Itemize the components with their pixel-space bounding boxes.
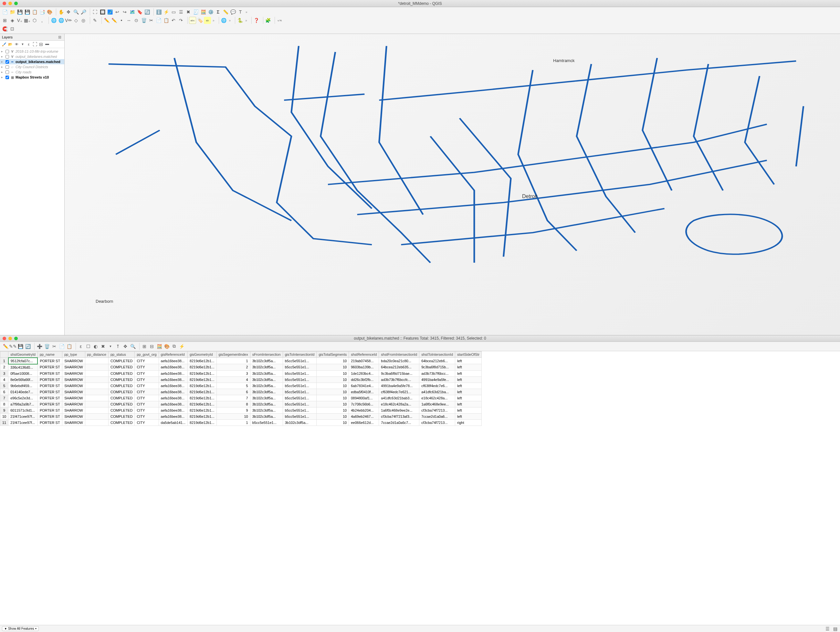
paste-button[interactable]: 📋 (163, 17, 170, 24)
attr-zoom-to-button[interactable]: 🔍 (129, 343, 136, 350)
table-row[interactable]: 19512fcfa07c...PORTER STSHARROWCOMPLETED… (0, 358, 482, 364)
column-header[interactable]: pp_type (62, 351, 85, 358)
cell[interactable] (85, 395, 108, 401)
layer-checkbox[interactable] (5, 50, 9, 53)
zoom-full-button[interactable]: ⛶ (92, 8, 98, 16)
column-header[interactable]: shstReferenceId (349, 351, 379, 358)
cell[interactable]: COMPLETED (108, 407, 134, 413)
label-abc-button[interactable]: abc (189, 17, 196, 24)
minimize-window-button[interactable] (8, 2, 12, 5)
cell[interactable]: 8e0e56fa66f... (8, 376, 38, 382)
cell[interactable]: 8219d6e12b1... (188, 364, 216, 371)
cell[interactable] (85, 376, 108, 382)
cell[interactable]: 4 (216, 376, 250, 382)
attr-delete-button[interactable] (43, 343, 51, 350)
add-feature-button[interactable]: • (118, 17, 125, 24)
cell[interactable]: cf638f4edc7e621... (379, 389, 419, 395)
add-vector-button[interactable]: V₊ (16, 17, 23, 24)
cell[interactable]: 10 (317, 389, 349, 395)
layer-filter-button[interactable] (20, 41, 25, 47)
metasearch-button[interactable] (220, 17, 227, 24)
cell[interactable]: 3b102c3df5a... (250, 364, 283, 371)
cell[interactable]: e18c462c428a2a... (379, 401, 419, 407)
attr-close-button[interactable] (3, 337, 6, 340)
cell[interactable]: SHARROW (62, 401, 85, 407)
row-number[interactable]: 10 (0, 413, 8, 419)
cell[interactable]: 4991ba4e9a5fe... (419, 376, 455, 382)
cell[interactable]: aefa16bee38... (159, 395, 187, 401)
cell[interactable]: aefa16bee38... (159, 370, 187, 376)
cell[interactable]: 10 (317, 370, 349, 376)
attr-delete-field-button[interactable]: ⊟ (148, 343, 155, 350)
table-row[interactable]: 1121f471cee97f...PORTER STSHARROWCOMPLET… (0, 419, 482, 425)
cell[interactable]: aefa16bee38... (159, 407, 187, 413)
layer-item-1[interactable]: ▸ output_bikelanes.matched (0, 54, 64, 59)
cell[interactable]: 0f5ae10008... (8, 370, 38, 376)
zoom-last-button[interactable]: ↩ (114, 8, 121, 16)
layer-style-button[interactable]: 🖌️ (1, 41, 7, 47)
cell[interactable]: PORTER ST (38, 413, 62, 419)
cell[interactable]: COMPLETED (108, 413, 134, 419)
cell[interactable]: 9512fcfa07c... (8, 358, 38, 364)
cell[interactable]: PORTER ST (38, 364, 62, 371)
help-button[interactable] (253, 17, 260, 24)
cell[interactable]: CITY (135, 382, 159, 389)
attr-select-expression-button[interactable]: ε (77, 343, 84, 350)
attr-filter-button[interactable] (107, 343, 114, 350)
cell[interactable]: 10 (317, 413, 349, 419)
cell[interactable]: PORTER ST (38, 358, 62, 364)
attr-paste-button[interactable]: 📋 (66, 343, 73, 350)
refresh-button[interactable] (144, 8, 150, 16)
column-header[interactable]: shstFromIntersectionId (379, 351, 419, 358)
cell[interactable]: CITY (135, 364, 159, 371)
cell[interactable]: left (455, 389, 482, 395)
layer-item-2[interactable]: ▸ output_bikelanes.matched (0, 59, 64, 64)
cut-button[interactable]: ✂ (148, 17, 155, 24)
row-number[interactable]: 7 (0, 395, 8, 401)
cell[interactable]: 8219d6e12b1... (188, 389, 216, 395)
column-header[interactable]: gisReferenceId (159, 351, 187, 358)
toolbar-overflow-2[interactable]: » (211, 19, 216, 22)
cell[interactable]: 1a6f0c468e9ee2e... (379, 407, 419, 413)
layout-manager-button[interactable]: 📑 (38, 8, 46, 16)
layer-expression-button[interactable]: ε (26, 41, 32, 47)
cell[interactable]: aefa16bee38... (159, 376, 187, 382)
cell[interactable] (85, 358, 108, 364)
save-as-button[interactable] (24, 8, 31, 16)
cell[interactable] (85, 382, 108, 389)
cell[interactable]: 3b102c3df5a... (250, 358, 283, 364)
bookmark-button[interactable]: 🔖 (136, 8, 143, 16)
cell[interactable] (85, 364, 108, 371)
cell[interactable]: 10 (317, 364, 349, 371)
cell[interactable]: left (455, 413, 482, 419)
attr-invert-selection-button[interactable]: ◐ (92, 343, 99, 350)
cell[interactable]: 219ab07458... (349, 358, 379, 364)
deselect-button[interactable]: ✖ (185, 8, 192, 16)
layer-add-group-button[interactable]: 📂 (8, 41, 13, 47)
cell[interactable]: b5cc5e551e1... (283, 364, 317, 371)
cell[interactable]: b5cc5e551e1... (283, 413, 317, 419)
cell[interactable]: right (455, 419, 482, 425)
cell[interactable]: PORTER ST (38, 419, 62, 425)
cell[interactable]: 6ab78341e4... (349, 382, 379, 389)
zoom-layer-button[interactable]: 🗾 (106, 8, 114, 16)
node-tool-button[interactable]: ⊙ (133, 17, 140, 24)
cell[interactable]: left (455, 358, 482, 364)
cell[interactable]: COMPLETED (108, 389, 134, 395)
cell[interactable]: 8219d6e12b1... (188, 376, 216, 382)
column-header[interactable]: gisToIntersectionId (283, 351, 317, 358)
pan-button[interactable] (57, 8, 65, 16)
cell[interactable]: 10 (317, 358, 349, 364)
new-spatialite-button[interactable]: ◇ (73, 17, 79, 24)
cell[interactable]: e18c462c428a... (419, 395, 455, 401)
cell[interactable]: 3b102c3df5a... (250, 401, 283, 407)
cell[interactable]: SHARROW (62, 358, 85, 364)
attr-cut-button[interactable]: ✂ (51, 343, 58, 350)
cell[interactable]: left (455, 401, 482, 407)
cell[interactable]: aefa16bee38... (159, 382, 187, 389)
attr-select-all-button[interactable]: ☐ (85, 343, 92, 350)
cell[interactable]: CITY (135, 370, 159, 376)
cell[interactable]: CITY (135, 395, 159, 401)
cell[interactable]: 8 (216, 401, 250, 407)
close-window-button[interactable] (3, 2, 6, 5)
